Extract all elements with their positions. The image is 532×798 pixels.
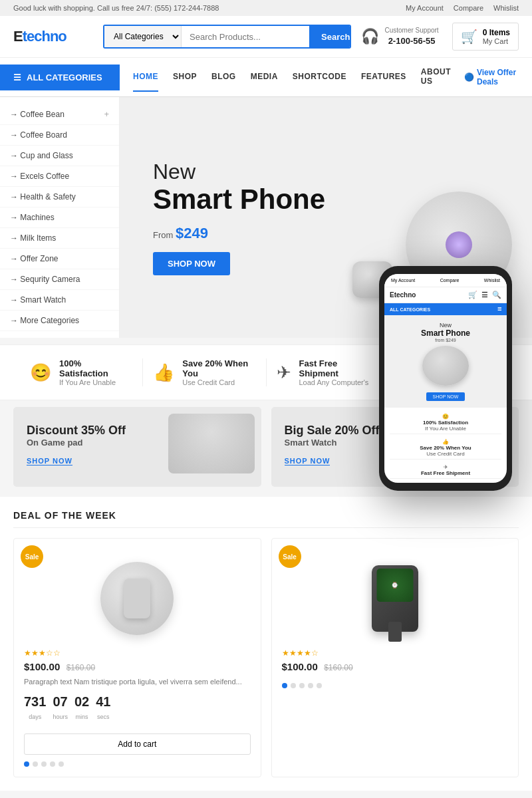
dot-2-4 [308, 683, 313, 688]
phone-frame: My Account Compare Whislist Etechno 🛒☰🔍 … [379, 266, 512, 491]
phone-logo: Etechno [390, 291, 416, 299]
phone-hero-from: from $249 [390, 338, 501, 342]
phone-mockup: My Account Compare Whislist Etechno 🛒☰🔍 … [379, 266, 512, 491]
search-bar: All Categories Search [103, 25, 351, 49]
logo: Etechno [13, 28, 93, 45]
all-categories-nav[interactable]: ☰ ALL CATEGORIES [0, 65, 120, 90]
phone-feature-1: 😊 100% Satisfaction If You Are Unable [390, 412, 501, 434]
sidebar-item-machines[interactable]: → Machines [0, 207, 119, 228]
dot-nav-2 [282, 683, 509, 688]
phone-myaccount: My Account [391, 278, 415, 283]
deal-card-2: Sale ⌚ ★★★★☆ $100.00 $160.00 [271, 538, 519, 777]
deal-grid: Sale ★★★☆☆ $100.00 $160.00 Paragraph tex… [13, 538, 519, 777]
nav-shortcode[interactable]: SHORTCODE [293, 63, 346, 92]
dot-2-5 [317, 683, 322, 688]
deal-stars-2: ★★★★☆ [282, 648, 509, 658]
deal-stars-1: ★★★☆☆ [24, 648, 251, 658]
dot-nav-1 [24, 761, 251, 767]
nav-media[interactable]: MEDIA [251, 63, 278, 92]
phone-hero: New Smart Phone from $249 SHOP NOW [384, 315, 507, 408]
hero-content: New Smart Phone From $249 SHOP NOW [120, 133, 358, 302]
countdown-days: 731 days [24, 694, 46, 722]
navigation: ☰ ALL CATEGORIES HOME SHOP BLOG MEDIA SH… [0, 58, 532, 97]
sidebar-item-more[interactable]: → More Categories [0, 311, 119, 331]
deal-card-1: Sale ★★★☆☆ $100.00 $160.00 Paragraph tex… [13, 538, 261, 777]
dot-3 [41, 761, 47, 767]
phone-compare: Compare [440, 278, 460, 283]
feature-save: 👍 Save 20% When You Use Credit Card [143, 358, 266, 386]
sidebar-item-watch[interactable]: → Smart Watch [0, 290, 119, 311]
compare-link[interactable]: Compare [454, 4, 483, 12]
nav-links: HOME SHOP BLOG MEDIA SHORTCODE FEATURES … [120, 58, 464, 96]
sidebar-item-excels[interactable]: → Excels Coffee [0, 166, 119, 187]
phone-nav: ALL CATEGORIES ☰ [384, 303, 507, 315]
sidebar-item-camera[interactable]: → Sequrity Camera [0, 269, 119, 290]
dot-2-1 [282, 683, 287, 688]
header-right: 🎧 Customer Support 2-100-56-55 🛒 0 Items… [361, 23, 519, 51]
dot-4 [50, 761, 55, 767]
phone-hero-title: Smart Phone [390, 329, 501, 338]
category-select[interactable]: All Categories [104, 26, 182, 47]
my-account-link[interactable]: My Account [406, 4, 444, 12]
hero-title: Smart Phone [153, 184, 325, 215]
support-info: Customer Support 2-100-56-55 [384, 26, 438, 47]
dot-2 [33, 761, 38, 767]
sale-badge-1: Sale [21, 545, 43, 568]
deal-section: DEAL OF THE WEEK Sale ★★★☆☆ $100.00 $160… [0, 497, 532, 791]
phone-features: 😊 100% Satisfaction If You Are Unable 👍 … [384, 408, 507, 483]
promo-gamepad-cta[interactable]: SHOP NOW [27, 457, 72, 466]
dot-2-3 [299, 683, 305, 688]
deal-countdown-1: 731 days 07 hours 02 mins 41 secs [24, 694, 251, 722]
nav-shop[interactable]: SHOP [173, 63, 197, 92]
deal-name-1: $100.00 $160.00 [24, 661, 251, 673]
deal-add-cart-1[interactable]: Add to cart [24, 733, 251, 755]
nav-home[interactable]: HOME [133, 63, 158, 92]
topbar-message: Good luck with shopping. Call us free 24… [13, 4, 219, 12]
phone-screen: My Account Compare Whislist Etechno 🛒☰🔍 … [384, 274, 507, 483]
phone-feature-2: 👍 Save 20% When You Use Credit Card [390, 437, 501, 460]
hero-cta-button[interactable]: SHOP NOW [153, 252, 230, 275]
phone-hero-subtitle: New [390, 322, 501, 329]
save-icon: 👍 [153, 362, 174, 383]
satisfaction-icon: 😊 [30, 362, 51, 383]
sidebar-item-offer[interactable]: → Offer Zone [0, 249, 119, 269]
search-button[interactable]: Search [309, 26, 351, 47]
deal-product-img-1 [24, 555, 251, 642]
sale-badge-2: Sale [279, 545, 301, 568]
feature-text-ship: Fast Free Shipment Load Any Computer's [299, 358, 379, 386]
cart-button[interactable]: 🛒 0 Items My Cart [452, 23, 519, 51]
sidebar-item-milk[interactable]: → Milk Items [0, 228, 119, 249]
dot-1 [24, 761, 29, 767]
sidebar-item-coffebean[interactable]: → Coffee Bean + [0, 104, 119, 125]
feature-satisfaction: 😊 100% Satisfaction If You Are Unable [20, 358, 143, 386]
phone-wishlist: Whislist [484, 278, 500, 283]
ship-icon: ✈ [277, 362, 291, 383]
nav-blog[interactable]: BLOG [211, 63, 236, 92]
view-offer-link[interactable]: 🔵 View Offer Deals [464, 68, 532, 86]
countdown-hours: 07 hours [53, 694, 68, 722]
feature-text-save: Save 20% When You Use Credit Card [182, 358, 255, 386]
topbar-links: My Account Compare Whislist [406, 4, 519, 12]
feature-text-satisfaction: 100% Satisfaction If You Are Unable [59, 358, 132, 386]
deal-title: DEAL OF THE WEEK [13, 510, 519, 528]
header: Etechno All Categories Search 🎧 Customer… [0, 16, 532, 58]
nav-features[interactable]: FEATURES [361, 63, 406, 92]
sidebar: → Coffee Bean + → Coffee Board → Cup and… [0, 97, 120, 338]
search-input[interactable] [182, 26, 309, 47]
countdown-secs: 41 secs [96, 694, 110, 722]
dot-5 [59, 761, 64, 767]
deal-name-2: $100.00 $160.00 [282, 661, 509, 673]
phone-hero-cta[interactable]: SHOP NOW [426, 392, 466, 401]
nav-about[interactable]: ABOUT US [421, 58, 451, 96]
sidebar-item-health[interactable]: → Health & Safety [0, 187, 119, 207]
deal-product-img-2: ⌚ [282, 555, 509, 642]
promo-watch-cta[interactable]: SHOP NOW [285, 457, 331, 466]
phone-feature-3: ✈ Fast Free Shipment [390, 462, 501, 479]
deal-desc-1: Paragraph text Nam tristique porta ligul… [24, 676, 251, 688]
feature-ship: ✈ Fast Free Shipment Load Any Computer's [267, 358, 390, 386]
dot-2-2 [291, 683, 296, 688]
sidebar-item-coffeeboard[interactable]: → Coffee Board [0, 125, 119, 146]
promo-gamepad: Discount 35% Off On Game pad SHOP NOW [13, 407, 261, 487]
sidebar-item-cupglass[interactable]: → Cup and Glass [0, 146, 119, 166]
wishlist-link[interactable]: Whislist [493, 4, 519, 12]
